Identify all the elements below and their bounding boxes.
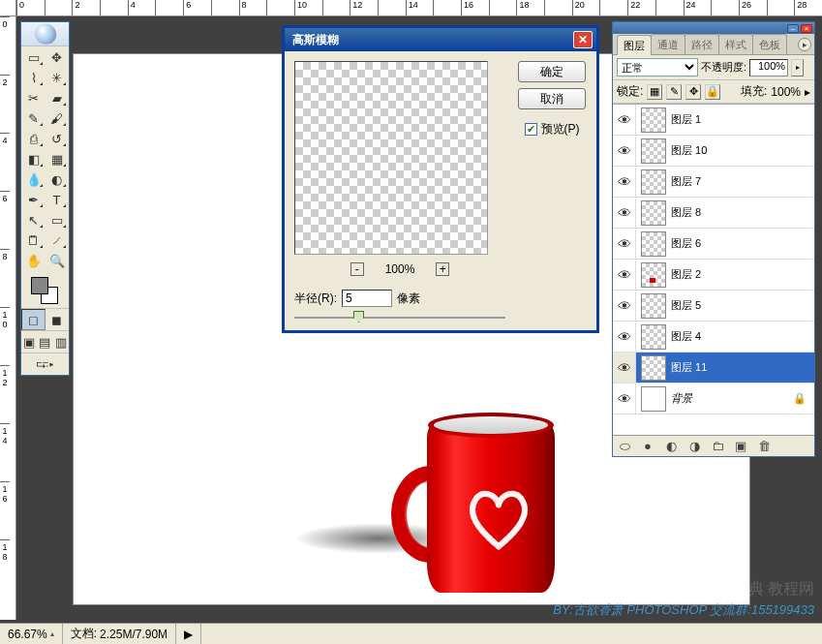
layer-row[interactable]: 👁图层 2 <box>613 260 814 291</box>
status-menu[interactable]: ▶ <box>176 624 201 644</box>
ruler-horizontal[interactable]: 0246810121416182022242628 <box>16 0 822 16</box>
layer-thumbnail[interactable] <box>641 293 666 319</box>
visibility-eye-icon[interactable]: 👁 <box>613 322 636 352</box>
lock-image-button[interactable]: ✎ <box>666 84 682 100</box>
close-button[interactable]: ✕ <box>573 31 593 48</box>
lock-transparency-button[interactable]: ▦ <box>647 84 662 100</box>
pen-tool[interactable]: ✒ <box>22 190 45 209</box>
visibility-eye-icon[interactable]: 👁 <box>613 291 636 321</box>
zoom-tool[interactable]: 🔍 <box>46 251 68 270</box>
opacity-arrow[interactable]: ▸ <box>791 59 804 77</box>
marquee-tool[interactable]: ▭ <box>22 47 45 67</box>
layer-row[interactable]: 👁图层 8 <box>613 198 814 229</box>
lasso-tool[interactable]: ⌇ <box>22 68 45 87</box>
filter-preview[interactable] <box>294 61 488 255</box>
radius-slider[interactable] <box>294 315 505 321</box>
foreground-color[interactable] <box>31 277 48 294</box>
status-zoom[interactable]: 66.67%▴ <box>0 624 63 644</box>
screen-mode-full-menubar[interactable]: ▤ <box>37 331 52 353</box>
radius-input[interactable] <box>342 290 392 307</box>
visibility-eye-icon[interactable]: 👁 <box>613 105 636 135</box>
eyedropper-tool[interactable]: ⟋ <box>46 230 68 250</box>
layer-name[interactable]: 图层 2 <box>671 267 701 282</box>
visibility-eye-icon[interactable]: 👁 <box>613 229 636 259</box>
visibility-eye-icon[interactable]: 👁 <box>613 136 636 166</box>
layer-row[interactable]: 👁图层 1 <box>613 105 814 136</box>
panel-close-button[interactable]: × <box>801 24 812 33</box>
layer-name[interactable]: 背景 <box>671 391 692 406</box>
layer-thumbnail[interactable] <box>641 355 666 381</box>
delete-layer-icon[interactable]: 🗑 <box>756 439 772 454</box>
notes-tool[interactable]: 🗒 <box>22 230 45 250</box>
layer-name[interactable]: 图层 4 <box>671 329 701 344</box>
panel-titlebar[interactable]: – × <box>613 22 814 34</box>
blend-mode-select[interactable]: 正常 <box>617 58 698 77</box>
ruler-vertical[interactable]: 024681012141618 <box>0 16 16 620</box>
healing-brush-tool[interactable]: ✎ <box>22 108 45 128</box>
history-brush-tool[interactable]: ↺ <box>46 129 68 148</box>
layer-thumbnail[interactable] <box>641 324 666 350</box>
panel-tab-1[interactable]: 通道 <box>651 34 685 54</box>
visibility-eye-icon[interactable]: 👁 <box>613 383 636 414</box>
layer-row[interactable]: 👁图层 11 <box>613 353 814 383</box>
hand-tool[interactable]: ✋ <box>22 251 45 270</box>
slice-tool[interactable]: ▰ <box>46 88 68 107</box>
layer-name[interactable]: 图层 11 <box>671 360 707 375</box>
layer-row[interactable]: 👁图层 10 <box>613 136 814 167</box>
quick-mask-mode[interactable]: ◼ <box>46 309 70 330</box>
stamp-tool[interactable]: ⎙ <box>22 129 45 148</box>
layer-thumbnail[interactable] <box>641 169 666 195</box>
slider-thumb[interactable] <box>353 311 364 322</box>
cancel-button[interactable]: 取消 <box>518 88 586 109</box>
layer-name[interactable]: 图层 6 <box>671 236 701 251</box>
layer-thumbnail[interactable] <box>641 231 666 257</box>
toolbox-header[interactable] <box>21 22 69 46</box>
panel-tab-0[interactable]: 图层 <box>617 35 652 55</box>
visibility-eye-icon[interactable]: 👁 <box>613 353 636 383</box>
shape-tool[interactable]: ▭ <box>46 210 68 230</box>
lock-position-button[interactable]: ✥ <box>685 84 701 100</box>
layer-thumbnail[interactable] <box>641 107 666 133</box>
status-doc-size[interactable]: 文档:2.25M/7.90M <box>63 624 176 644</box>
dialog-titlebar[interactable]: 高斯模糊 ✕ <box>285 28 596 51</box>
fill-value[interactable]: 100% <box>771 85 801 99</box>
link-layers-icon[interactable]: ⬭ <box>617 439 632 454</box>
dodge-tool[interactable]: ◐ <box>46 169 68 189</box>
panel-tab-4[interactable]: 色板 <box>752 34 787 54</box>
ok-button[interactable]: 确定 <box>518 61 586 82</box>
magic-wand-tool[interactable]: ✳ <box>46 68 68 87</box>
blur-tool[interactable]: 💧 <box>22 169 45 189</box>
layer-thumbnail[interactable] <box>641 386 666 412</box>
zoom-out-button[interactable]: - <box>350 262 364 276</box>
visibility-eye-icon[interactable]: 👁 <box>613 260 636 290</box>
panel-tab-3[interactable]: 样式 <box>718 34 753 54</box>
panel-menu-button[interactable]: ▸ <box>798 38 811 51</box>
new-layer-icon[interactable]: ▣ <box>733 439 748 454</box>
visibility-eye-icon[interactable]: 👁 <box>613 167 636 197</box>
path-selection-tool[interactable]: ↖ <box>22 210 45 230</box>
gradient-tool[interactable]: ▦ <box>46 149 68 169</box>
layer-thumbnail[interactable] <box>641 138 666 164</box>
standard-mode[interactable]: ◻ <box>21 309 46 330</box>
eraser-tool[interactable]: ◧ <box>22 149 45 169</box>
type-tool[interactable]: T <box>46 190 68 209</box>
layer-name[interactable]: 图层 1 <box>671 112 701 127</box>
layer-mask-icon[interactable]: ◐ <box>663 439 679 454</box>
color-swatches[interactable] <box>21 271 69 308</box>
lock-all-button[interactable]: 🔒 <box>705 84 720 100</box>
visibility-eye-icon[interactable]: 👁 <box>613 198 636 228</box>
layer-thumbnail[interactable] <box>641 262 666 288</box>
layer-row[interactable]: 👁图层 7 <box>613 167 814 198</box>
move-tool[interactable]: ✥ <box>46 47 68 67</box>
jump-to-imageready[interactable]: ⮓▸ <box>21 353 69 375</box>
layer-row[interactable]: 👁图层 6 <box>613 229 814 260</box>
layer-row[interactable]: 👁图层 4 <box>613 322 814 353</box>
brush-tool[interactable]: 🖌 <box>46 108 68 128</box>
layer-name[interactable]: 图层 7 <box>671 174 701 189</box>
layer-row[interactable]: 👁图层 5 <box>613 291 814 322</box>
opacity-value[interactable]: 100% <box>749 59 788 77</box>
screen-mode-full[interactable]: ▥ <box>53 331 69 353</box>
layer-row[interactable]: 👁背景🔒 <box>613 383 814 414</box>
ruler-origin[interactable] <box>0 0 16 16</box>
panel-tab-2[interactable]: 路径 <box>685 34 719 54</box>
